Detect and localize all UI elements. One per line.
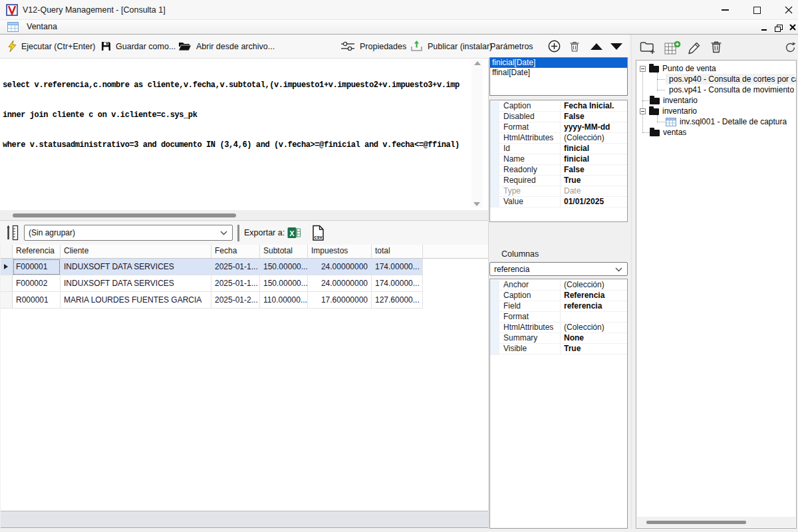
move-parameter-down-button[interactable] — [610, 35, 622, 58]
column-header-fecha[interactable]: Fecha — [211, 245, 260, 259]
save-as-button[interactable]: Guardar como... — [101, 35, 176, 58]
property-row-format[interactable]: Formatyyyy-MM-dd — [490, 122, 627, 133]
tree-node-ventas[interactable]: ventas — [650, 127, 686, 138]
tree-horizontal-scrollbar[interactable] — [637, 517, 795, 527]
scrollbar-thumb[interactable] — [13, 213, 236, 217]
move-parameter-up-button[interactable] — [591, 35, 602, 58]
property-row-visible[interactable]: VisibleTrue — [490, 344, 627, 354]
new-folder-button[interactable] — [640, 41, 656, 55]
cell[interactable]: 174.00000... — [372, 275, 423, 292]
sql-vertical-scrollbar[interactable] — [471, 60, 483, 207]
property-row-summary[interactable]: SummaryNone — [490, 333, 627, 344]
column-header-referencia[interactable]: Referencia — [13, 245, 61, 259]
column-header-impuestos[interactable]: Impuestos — [308, 245, 372, 259]
tree-node-label[interactable]: pos.vp40 - Consulta de cortes por caja — [669, 74, 797, 84]
tree-node-inv-sql001[interactable]: inv.sql001 - Detalle de captura — [666, 116, 787, 127]
tree-node-inventario-1[interactable]: inventario — [650, 95, 698, 106]
column-header-subtotal[interactable]: Subtotal — [260, 245, 308, 259]
cell[interactable]: 2025-01-1... — [211, 275, 260, 292]
property-row-id[interactable]: Idfinicial — [490, 144, 627, 154]
property-row-disabled[interactable]: DisabledFalse — [490, 112, 627, 122]
tree-node-punto-de-venta[interactable]: Punto de venta — [640, 63, 716, 74]
menu-bar: Ventana — [0, 20, 798, 35]
collapse-icon[interactable] — [640, 66, 646, 72]
column-header-cliente[interactable]: Cliente — [61, 245, 211, 259]
refresh-button[interactable] — [785, 42, 796, 53]
mdi-restore-button[interactable] — [772, 22, 784, 33]
property-row-htmlattributes[interactable]: HtmlAttributes(Colección) — [490, 323, 627, 333]
property-row-value[interactable]: Value01/01/2025 — [490, 197, 627, 207]
property-row-readonly[interactable]: ReadonlyFalse — [490, 165, 627, 176]
cell[interactable]: INDUXSOFT DATA SERVICES — [61, 259, 211, 275]
tree-node-inventario-2[interactable]: inventario — [640, 106, 697, 116]
cell[interactable]: 110.00000... — [260, 292, 308, 309]
column-header-total[interactable]: total — [372, 245, 423, 259]
minimize-button[interactable] — [710, 0, 739, 20]
parameter-item-ffinal[interactable]: ffinal[Date] — [490, 68, 627, 78]
tree-node-label[interactable]: inventario — [663, 96, 698, 105]
group-by-dropdown[interactable]: (Sin agrupar) — [24, 225, 233, 241]
table-row-1[interactable]: F000001 INDUXSOFT DATA SERVICES 2025-01-… — [1, 259, 488, 275]
sql-text: select v.referencia,c.nombre as cliente,… — [3, 61, 468, 170]
cell[interactable]: 2025-01-2... — [211, 292, 260, 309]
cell[interactable]: 150.00000... — [260, 275, 308, 292]
mdi-close-button[interactable] — [787, 22, 798, 33]
execute-button[interactable]: Ejecutar (Ctr+Enter) — [8, 35, 96, 58]
column-selector-dropdown[interactable]: referencia — [489, 262, 628, 276]
properties-button[interactable]: Propiedades — [340, 35, 406, 58]
export-excel-button[interactable]: X — [287, 226, 301, 241]
property-row-type[interactable]: TypeDate — [490, 186, 627, 197]
sql-editor[interactable]: select v.referencia,c.nombre as cliente,… — [0, 59, 488, 210]
property-row-field[interactable]: Fieldreferencia — [490, 301, 627, 312]
sql-horizontal-scrollbar[interactable] — [0, 210, 488, 221]
tree-node-pos-vp41[interactable]: pos.vp41 - Consulta de movimiento de — [666, 84, 795, 95]
property-row-htmlattributes[interactable]: HtmlAttributes(Colección) — [490, 133, 627, 144]
table-row-3[interactable]: R000001 MARIA LOURDES FUENTES GARCIA 202… — [1, 292, 488, 309]
tree-node-label[interactable]: Punto de venta — [662, 64, 716, 73]
delete-parameter-button[interactable] — [570, 35, 579, 58]
cell[interactable]: INDUXSOFT DATA SERVICES — [61, 275, 211, 292]
new-query-button[interactable] — [664, 41, 681, 55]
cell[interactable]: 174.00000... — [372, 259, 423, 275]
cell[interactable]: 24.00000000 — [308, 275, 372, 292]
folder-icon — [650, 130, 660, 136]
property-row-name[interactable]: Namefinicial — [490, 154, 627, 165]
cell[interactable]: 24.00000000 — [308, 259, 372, 275]
cell[interactable]: 17.60000000 — [308, 292, 372, 309]
close-button[interactable] — [774, 0, 798, 20]
scroll-up-arrow-icon[interactable] — [474, 61, 481, 65]
tree-node-pos-vp40[interactable]: pos.vp40 - Consulta de cortes por caja — [666, 74, 795, 84]
scrollbar-thumb[interactable] — [646, 521, 746, 524]
cell[interactable]: MARIA LOURDES FUENTES GARCIA — [61, 292, 211, 309]
tree-node-label[interactable]: inv.sql001 - Detalle de captura — [680, 117, 787, 126]
cell[interactable]: R000001 — [13, 292, 61, 309]
scroll-down-arrow-icon[interactable] — [473, 202, 480, 206]
cell[interactable]: 2025-01-1... — [211, 259, 260, 275]
menu-ventana[interactable]: Ventana — [23, 20, 61, 34]
collapse-icon[interactable] — [640, 108, 646, 114]
delete-item-button[interactable] — [711, 41, 722, 53]
table-row-2[interactable]: F000002 INDUXSOFT DATA SERVICES 2025-01-… — [1, 275, 488, 292]
cell[interactable]: 127.60000... — [372, 292, 423, 309]
cell[interactable]: 150.00000... — [260, 259, 308, 275]
open-from-file-button[interactable]: Abrir desde archivo... — [178, 35, 275, 58]
property-row-caption[interactable]: CaptionFecha Inicial. — [490, 101, 627, 112]
cell[interactable]: F000001 — [13, 259, 61, 275]
property-row-caption[interactable]: CaptionReferencia — [490, 291, 627, 301]
maximize-button[interactable] — [742, 0, 771, 20]
svg-text:X: X — [289, 229, 295, 237]
minimize-icon — [722, 9, 729, 10]
publish-button[interactable]: Publicar (instalar) — [410, 35, 492, 58]
parameter-item-finicial[interactable]: finicial[Date] — [490, 58, 627, 68]
cell[interactable]: F000002 — [13, 275, 61, 292]
export-csv-button[interactable]: csv — [310, 225, 326, 243]
tree-node-label[interactable]: pos.vp41 - Consulta de movimiento de — [669, 85, 797, 94]
property-row-required[interactable]: RequiredTrue — [490, 176, 627, 186]
property-row-format[interactable]: Format — [490, 312, 627, 323]
property-row-anchor[interactable]: Anchor(Colección) — [490, 280, 627, 291]
tree-node-label[interactable]: ventas — [663, 128, 686, 137]
edit-button[interactable] — [688, 41, 701, 55]
add-parameter-button[interactable] — [548, 35, 561, 58]
mdi-minimize-button[interactable] — [758, 22, 770, 33]
tree-node-label[interactable]: inventario — [662, 106, 697, 116]
